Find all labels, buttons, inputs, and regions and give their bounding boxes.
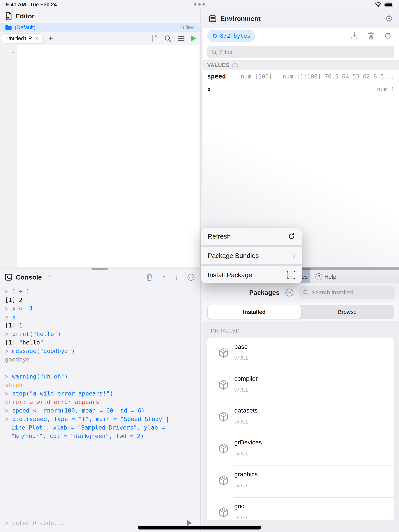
splitter-handle[interactable] xyxy=(91,268,108,270)
variable-row-x[interactable]: x num 1 xyxy=(203,83,399,95)
console-line-input: > 1 + 1 xyxy=(5,287,182,296)
multitasking-dots-icon[interactable] xyxy=(194,3,205,6)
packages-more-icon[interactable] xyxy=(285,288,294,297)
packages-title: Packages xyxy=(249,289,279,296)
package-icon xyxy=(217,443,230,455)
history-up-icon[interactable]: ↑ xyxy=(162,273,166,282)
package-row-datasets[interactable]: datasetsv4.5.1 xyxy=(207,402,394,434)
segment-label: Installed xyxy=(243,309,266,315)
status-bar: 9:41 AM Tue Feb 24 xyxy=(0,0,399,9)
close-tab-icon[interactable]: × xyxy=(35,36,38,41)
package-version: v4.5.1 xyxy=(234,419,248,425)
console-command: stop("a wild error appears!") xyxy=(12,390,113,397)
new-tab-button[interactable]: + xyxy=(48,34,53,43)
run-script-icon[interactable] xyxy=(191,36,196,41)
console-line-warning: uh-oh xyxy=(5,381,182,389)
console-title: Console xyxy=(16,273,42,281)
package-row-grDevices[interactable]: grDevicesv4.5.1 xyxy=(207,434,394,466)
console-line-message: goodbye xyxy=(5,355,182,364)
console-command: speed <- rnorm(100, mean = 60, sd = 6) xyxy=(12,407,145,414)
console-line-input: > plot(speed, type = "l", main = "Speed … xyxy=(5,415,182,440)
menu-item-refresh[interactable]: Refresh xyxy=(201,228,302,245)
environment-filter-input[interactable]: Filter xyxy=(207,46,394,58)
console-input-placeholder: > Enter R code... xyxy=(5,520,64,526)
console-line-error: Error: a wild error appears! xyxy=(5,398,182,406)
packages-panel-header: Packages Search installed xyxy=(203,283,399,302)
new-file-icon[interactable] xyxy=(151,34,158,43)
console-command: 1 + 1 xyxy=(12,288,29,295)
packages-segmented-control: Installed Browse xyxy=(203,302,399,321)
packages-search-input[interactable]: Search installed xyxy=(299,286,395,299)
console-prompt: > xyxy=(5,305,12,312)
clear-console-icon[interactable] xyxy=(145,273,153,281)
status-date: Tue Feb 24 xyxy=(30,2,57,8)
package-name: graphics xyxy=(234,471,258,478)
package-row-compiler[interactable]: compilerv4.5.1 xyxy=(207,370,394,402)
package-icon xyxy=(217,411,230,423)
package-version: v4.5.1 xyxy=(234,451,248,457)
gear-icon[interactable]: ⚙ xyxy=(385,14,393,23)
variable-preview: num 1 xyxy=(377,86,394,93)
package-version: v4.5.1 xyxy=(234,355,248,361)
menu-item-install-package[interactable]: Install Package + xyxy=(201,266,302,283)
history-down-icon[interactable]: ↓ xyxy=(174,273,178,282)
environment-header: Environment ⚙ xyxy=(203,9,399,28)
variable-name: x xyxy=(207,86,211,93)
editor-tab-bar: Untitled1.R × + xyxy=(0,32,200,45)
package-icon xyxy=(217,379,230,391)
environment-list-icon xyxy=(208,14,217,23)
console-line-result: [1] 1 xyxy=(5,321,182,330)
package-row-graphics[interactable]: graphicsv4.5.1 xyxy=(207,466,394,498)
editor-header: Editor xyxy=(0,9,200,23)
segment-label: Browse xyxy=(338,309,357,315)
export-environment-icon[interactable] xyxy=(350,31,358,40)
variable-row-speed[interactable]: speed num [100] num [1:100] 70.5 64 53 6… xyxy=(203,70,399,83)
search-icon[interactable] xyxy=(164,35,172,42)
menu-item-package-bundles[interactable]: Package Bundles › xyxy=(201,247,302,264)
console-command: warning("uh-oh") xyxy=(12,373,68,380)
environment-toolbar: 872 bytes xyxy=(203,28,399,44)
code-editor-area[interactable]: 1 xyxy=(0,45,200,267)
refresh-environment-icon[interactable] xyxy=(384,32,392,40)
console-prompt: > xyxy=(5,314,12,320)
menu-item-label: Install Package xyxy=(208,271,252,279)
packages-card: basev4.5.1compilerv4.5.1datasetsv4.5.1gr… xyxy=(207,338,394,520)
console-command: x <- 1 xyxy=(12,305,33,312)
console-prompt: > xyxy=(5,330,12,337)
console-line-input: > x <- 1 xyxy=(5,304,182,313)
file-tab-untitled1[interactable]: Untitled1.R × xyxy=(2,33,43,44)
editor-console-splitter[interactable] xyxy=(0,267,200,270)
editor-gutter: 1 xyxy=(0,45,17,267)
variable-type: num [100] xyxy=(241,73,272,80)
environment-variables: speed num [100] num [1:100] 70.5 64 53 6… xyxy=(203,70,399,95)
package-row-grid[interactable]: gridv4.5.1 xyxy=(207,498,394,520)
tab-help[interactable]: ? Help xyxy=(311,270,399,283)
console-output[interactable]: > 1 + 1[1] 2> x <- 1> x[1] 1> print("hel… xyxy=(0,284,200,515)
console-more-icon[interactable] xyxy=(187,273,195,281)
segment-browse[interactable]: Browse xyxy=(301,305,394,319)
file-tab-label: Untitled1.R xyxy=(6,36,32,42)
values-title: VALUES xyxy=(207,62,229,68)
console-prompt: > xyxy=(5,390,12,397)
console-line-input: > message("goodbye") xyxy=(5,347,182,355)
clear-environment-icon[interactable] xyxy=(367,31,375,40)
packages-list-area: INSTALLED basev4.5.1compilerv4.5.1datase… xyxy=(203,321,399,532)
console-prompt: > xyxy=(5,348,12,354)
segment-installed[interactable]: Installed xyxy=(208,305,301,319)
help-icon: ? xyxy=(316,273,323,280)
console-line-result: [1] 2 xyxy=(5,296,182,304)
environment-filter-wrap: Filter xyxy=(203,44,399,60)
console-prompt: > xyxy=(5,407,12,414)
home-indicator[interactable] xyxy=(138,526,261,530)
submit-code-icon[interactable] xyxy=(187,520,192,526)
package-version: v4.5.1 xyxy=(234,387,248,393)
outline-icon[interactable] xyxy=(177,35,185,42)
console-line-input: > warning("uh-oh") xyxy=(5,372,182,381)
variable-name: speed xyxy=(207,73,226,80)
memory-usage-badge[interactable]: 872 bytes xyxy=(207,30,255,42)
project-folder-row[interactable]: (Default) 0 files xyxy=(0,23,200,32)
memory-usage-label: 872 bytes xyxy=(220,32,250,39)
package-row-base[interactable]: basev4.5.1 xyxy=(207,338,394,370)
console-prompt: > xyxy=(5,373,12,380)
environment-title: Environment xyxy=(220,15,260,22)
